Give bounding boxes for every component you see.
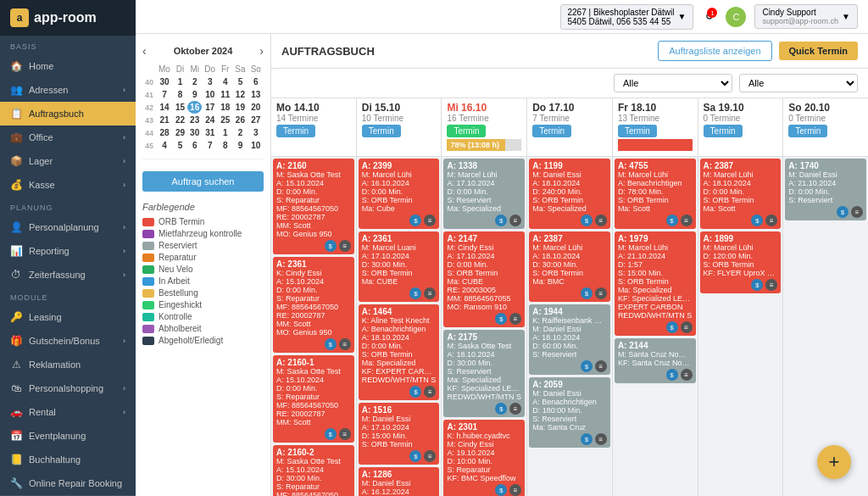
calendar-prev-button[interactable]: ‹ [142,44,147,58]
appt-list-icon[interactable]: ≡ [595,433,607,445]
sidebar-item-reporting[interactable]: 📊 Reporting › [0,239,136,263]
calendar-day[interactable]: 23 [187,114,202,126]
appt-dollar-icon[interactable]: $ [409,287,421,299]
day-add-button[interactable]: Termin [276,125,315,137]
appt-dollar-icon[interactable]: $ [495,215,507,226]
calendar-day[interactable]: 19 [232,101,248,114]
appt-dollar-icon[interactable]: $ [837,206,849,218]
calendar-day[interactable]: 31 [202,126,218,139]
calendar-day[interactable]: 1 [173,75,187,88]
sidebar-item-buchhaltung[interactable]: 📒 Buchhaltung [0,448,136,471]
search-button[interactable]: Auftrag suchen [142,171,264,192]
appt-list-icon[interactable]: ≡ [851,206,863,218]
calendar-day[interactable]: 2 [187,75,202,88]
appt-list-icon[interactable]: ≡ [595,360,607,372]
appt-dollar-icon[interactable]: $ [409,450,421,462]
sidebar-item-gutschein-bonus[interactable]: 🎁 Gutschein/Bonus › [0,329,136,353]
appointment-card[interactable]: A: 2301 K: h.huber.cyadtvcM: Cindy EssiA… [443,420,525,496]
calendar-day[interactable]: 8 [218,139,232,152]
appointment-card[interactable]: A: 1464 K: Aline Test KnechtA: Benachric… [359,304,440,400]
appointment-card[interactable]: A: 2387 M: Marcel LühiA: 18.10.2024D: 0:… [700,159,782,229]
calendar-day[interactable]: 3 [202,75,218,88]
calendar-day[interactable]: 6 [187,139,202,152]
appt-list-icon[interactable]: ≡ [424,450,436,462]
day-dropdown-button[interactable]: ▼ [319,126,326,134]
appt-dollar-icon[interactable]: $ [666,215,678,226]
day-add-button[interactable]: Termin [618,125,657,137]
appointment-card[interactable]: A: 2160-2 M: Saska Otte TestA: 15.10.202… [273,445,354,496]
calendar-day[interactable]: 9 [187,88,202,101]
day-add-button[interactable]: Termin [362,125,401,137]
sidebar-item-eventplanung[interactable]: 📅 Eventplanung [0,424,136,448]
appt-list-icon[interactable]: ≡ [509,403,521,415]
appt-dollar-icon[interactable]: $ [666,321,678,333]
calendar-day[interactable]: 28 [156,126,173,139]
calendar-day[interactable]: 5 [232,75,248,88]
sidebar-item-auftragsbuch[interactable]: 📋 Auftragsbuch [0,102,136,125]
appt-dollar-icon[interactable]: $ [751,279,763,291]
appt-dollar-icon[interactable]: $ [325,240,337,252]
appt-dollar-icon[interactable]: $ [581,360,593,372]
calendar-day[interactable]: 7 [156,88,173,101]
appointment-card[interactable]: A: 1286 M: Daniel EssiA: 16.12.2024 $ ≡ [359,467,440,496]
appointment-card[interactable]: A: 2147 M: Cindy EssiA: 17.10.2024D: 0:0… [443,231,525,327]
appt-list-icon[interactable]: ≡ [595,215,607,226]
calendar-day[interactable]: 25 [218,114,232,126]
appointment-card[interactable]: A: 1979 M: Marcel LühiA: 21.10.2024D: 1:… [615,231,696,336]
appointment-card[interactable]: A: 1338 M: Marcel LühiA: 17.10.2024D: 0:… [443,159,525,229]
appt-list-icon[interactable]: ≡ [339,338,351,350]
day-add-button[interactable]: Termin [447,125,486,137]
appt-list-icon[interactable]: ≡ [339,428,351,440]
calendar-next-button[interactable]: › [259,44,264,58]
calendar-day[interactable]: 8 [173,88,187,101]
calendar-day[interactable]: 22 [173,114,187,126]
appointment-card[interactable]: A: 4755 M: Marcel LühiA: Benachrichtigen… [615,159,696,229]
day-dropdown-button[interactable]: ▼ [489,126,496,134]
appt-list-icon[interactable]: ≡ [681,369,693,381]
appt-list-icon[interactable]: ≡ [765,215,777,226]
appointment-card[interactable]: A: 1516 M: Daniel EssiA: 17.10.2024D: 15… [359,403,440,465]
sidebar-item-lager[interactable]: 📦 Lager › [0,149,136,173]
appt-dollar-icon[interactable]: $ [495,403,507,415]
appt-list-icon[interactable]: ≡ [424,287,436,299]
appt-list-icon[interactable]: ≡ [765,279,777,291]
calendar-day[interactable]: 11 [218,88,232,101]
calendar-day[interactable]: 17 [202,101,218,114]
filter2-select[interactable]: Alle [739,74,858,92]
sidebar-item-personalshopping[interactable]: 🛍 Personalshopping › [0,376,136,400]
topbar-settings-icon[interactable]: ⚙ 1 [702,8,717,25]
day-dropdown-button[interactable]: ▼ [831,126,837,134]
auftrags-button[interactable]: Auftragsliste anzeigen [658,41,771,61]
appointment-card[interactable]: A: 2160 M: Saska Otte TestA: 15.10.2024D… [273,159,354,254]
calendar-day[interactable]: 2 [232,126,248,139]
sidebar-item-reklamation[interactable]: ⚠ Reklamation [0,353,136,376]
sidebar-item-office[interactable]: 💼 Office › [0,125,136,149]
calendar-day[interactable]: 16 [187,101,202,114]
calendar-day[interactable]: 18 [218,101,232,114]
calendar-day[interactable]: 9 [232,139,248,152]
calendar-day[interactable]: 20 [248,101,264,114]
calendar-day[interactable]: 21 [156,114,173,126]
calendar-day[interactable]: 10 [202,88,218,101]
sidebar-item-zeiterfassung[interactable]: ⏱ Zeiterfassung › [0,263,136,287]
appt-dollar-icon[interactable]: $ [495,484,507,496]
sidebar-item-online-repair-booking[interactable]: 🔧 Online Repair Booking [0,471,136,495]
appointment-card[interactable]: A: 2059 M: Daniel EssiA: Benachrichtigen… [529,377,610,448]
calendar-day[interactable]: 10 [248,139,264,152]
appointment-card[interactable]: A: 2175 M: Saska Otte TestA: 18.10.2024D… [443,330,525,417]
appointment-card[interactable]: A: 2399 M: Marcel LühiA: 16.10.2024D: 0:… [359,159,440,229]
appt-dollar-icon[interactable]: $ [581,433,593,445]
appointment-card[interactable]: A: 1740 M: Daniel EssiA: 21.10.2024D: 0:… [785,159,866,220]
appt-list-icon[interactable]: ≡ [509,313,521,325]
appt-list-icon[interactable]: ≡ [339,240,351,252]
appt-dollar-icon[interactable]: $ [666,369,678,381]
calendar-day[interactable]: 30 [156,75,173,88]
appt-list-icon[interactable]: ≡ [681,321,693,333]
appt-list-icon[interactable]: ≡ [509,484,521,496]
appointment-card[interactable]: A: 2144 M: Santa Cruz Nomad SKF: Santa C… [615,338,696,383]
calendar-day[interactable]: 24 [202,114,218,126]
calendar-day[interactable]: 29 [173,126,187,139]
sidebar-item-home[interactable]: 🏠 Home [0,54,136,78]
calendar-day[interactable]: 13 [248,88,264,101]
appointment-card[interactable]: A: 1899 M: Marcel LühiD: 120:00 Min.S: O… [700,231,782,293]
